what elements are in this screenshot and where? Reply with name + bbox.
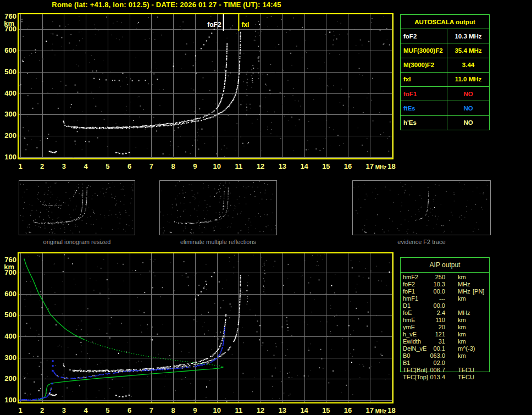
svg-text:4: 4 [84,162,88,170]
svg-text:11: 11 [235,406,243,414]
aip-row: h_vE121km [403,331,494,338]
top-ionogram-plot: foF2fxI760700600500400300200100km1234567… [4,12,396,170]
svg-text:5: 5 [106,162,109,170]
svg-text:1: 1 [18,162,22,170]
autoscala-row-value: 10.3 MHz [447,29,489,43]
bottom-x-axis-labels: 123456789101112131415161718MHz [18,406,395,414]
foF2-marker-label: foF2 [207,21,221,29]
svg-text:600: 600 [4,290,16,298]
svg-text:18: 18 [387,406,395,414]
aip-row: B0063.0km [403,352,494,359]
svg-text:km: km [4,19,14,27]
top-series-e-echo-a [49,151,57,153]
svg-text:500: 500 [4,68,16,76]
top-series-o-mode-trace [63,43,228,129]
svg-text:10: 10 [213,162,220,170]
svg-text:9: 9 [193,406,197,414]
thumbnail-evidence-f2-image [353,181,490,235]
autoscala-row-value: 3.44 [447,58,489,72]
aip-table-separator [400,272,490,273]
svg-text:MHz: MHz [375,408,387,414]
top-series-upper-echo [195,29,215,57]
svg-text:3: 3 [62,406,66,414]
thumbnail-caption-eliminate: eliminate multiple reflections [159,239,277,246]
autoscala-row-value: NO [447,86,489,101]
bottom-series-upper-echo [195,272,215,300]
autoscala-row-label: MUF(3000)F2 [401,43,447,57]
thumbnail-original-ionogram-image [19,181,135,235]
thumbnail-original-ionogram [19,180,135,235]
svg-text:11: 11 [235,162,243,170]
thumbnail-caption-evidence: evidence F2 trace [352,239,491,246]
bottom-series-restored-trace-f [53,327,226,379]
autoscala-row-label: fxI [401,72,447,86]
aip-row: foF100.0MHz[PN] [403,288,494,295]
svg-text:3: 3 [62,162,66,170]
thumbnail-caption-original: original ionogram resized [19,239,135,246]
aip-row: B102.0 [403,359,494,367]
svg-text:14: 14 [300,406,308,414]
autoscala-row-label: foF2 [401,29,447,43]
aip-row: foF210.3MHz [403,281,494,288]
aip-row: hmE110km [403,317,494,324]
top-x-axis-labels: 123456789101112131415161718MHz [18,162,395,170]
svg-text:100: 100 [4,396,16,404]
fxI-marker: fxI [238,14,249,31]
svg-text:16: 16 [344,406,352,414]
svg-text:18: 18 [387,162,395,170]
svg-text:13: 13 [279,406,286,414]
aip-row: D100.0 [403,302,494,309]
aip-row: ymE20km [403,324,494,331]
autoscala-window: Rome (lat: +41.8, lon: 012.5) - DATE: 20… [0,0,532,415]
bottom-series-o-mode-trace [63,314,227,372]
svg-text:km: km [4,263,14,271]
bottom-y-axis-labels: 760700600500400300200100km [4,256,16,404]
svg-text:9: 9 [193,162,197,170]
svg-text:200: 200 [4,374,16,383]
autoscala-row-value: 11.0 MHz [447,72,489,86]
autoscala-row-label: foF1 [401,86,447,101]
fxI-marker-label: fxI [241,21,249,29]
svg-text:17: 17 [366,162,374,170]
svg-text:7: 7 [149,162,153,170]
svg-text:8: 8 [171,406,175,414]
svg-text:4: 4 [84,406,88,414]
bottom-series-profile-topside-solid [24,259,84,340]
autoscala-row-label: ftEs [401,101,447,115]
autoscala-row-label: M(3000)F2 [401,58,447,72]
autoscala-row-label: h'Es [401,115,447,130]
bottom-series-restored-trace-e [19,388,52,401]
svg-text:400: 400 [4,89,16,97]
aip-row: Ewidth31km [403,338,494,345]
aip-row: DelN_vE00.1m^(-3) [403,345,494,352]
svg-text:6: 6 [128,406,131,414]
svg-text:15: 15 [322,162,330,170]
bottom-ionogram-plot: 760700600500400300200100km12345678910111… [4,253,396,414]
foF2-marker: foF2 [207,14,224,31]
svg-text:200: 200 [4,131,16,140]
svg-text:7: 7 [149,406,153,414]
autoscala-table-title: AUTOSCALA output [401,15,489,29]
svg-text:2: 2 [40,406,44,414]
autoscala-table: AUTOSCALA output foF210.3 MHzMUF(3000)F2… [400,14,490,130]
svg-text:400: 400 [4,332,16,340]
svg-text:300: 300 [4,110,16,118]
svg-text:8: 8 [171,162,175,170]
top-series-e-echo-b [115,152,130,154]
svg-text:100: 100 [4,153,16,161]
top-y-axis-labels: 760700600500400300200100km [4,12,16,161]
bottom-series-x-mode-trace [73,275,241,373]
thumbnail-eliminate-reflections [159,180,277,235]
svg-text:17: 17 [366,406,374,414]
svg-text:600: 600 [4,46,16,54]
svg-text:300: 300 [4,353,16,362]
thumbnail-eliminate-reflections-image [160,181,276,235]
aip-table-rows: hmF2250kmfoF210.3MHzfoF100.0MHz[PN]hmF1-… [403,274,494,381]
svg-text:12: 12 [257,162,264,170]
svg-text:2: 2 [40,162,44,170]
top-series-second-hop-echo [93,78,158,81]
thumbnail-evidence-f2 [352,180,491,235]
svg-text:12: 12 [257,406,264,414]
aip-row: TEC[Bot]006.7TECU [403,367,494,374]
svg-text:500: 500 [4,311,16,319]
